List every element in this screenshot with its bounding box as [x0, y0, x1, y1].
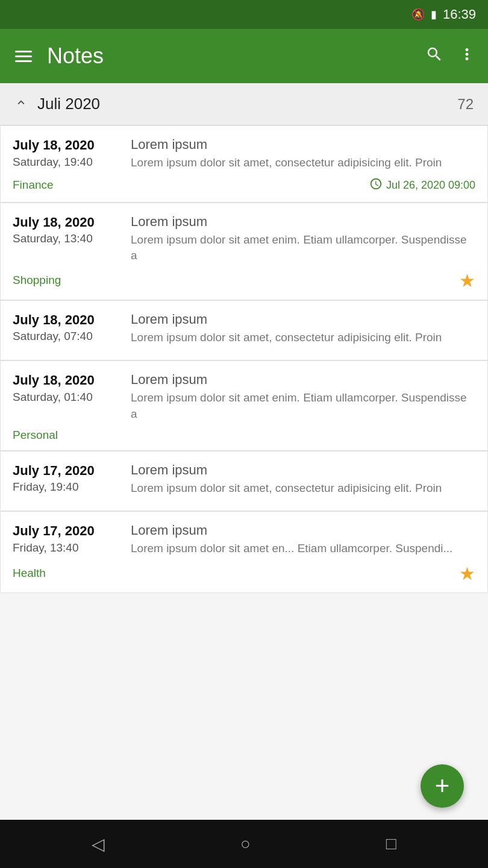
- month-header: Juli 2020 72: [0, 83, 488, 125]
- note-date-sub: Saturday, 01:40: [13, 391, 121, 404]
- home-nav-icon[interactable]: ○: [240, 834, 251, 854]
- status-bar: 🔕 ▮ 16:39: [0, 0, 488, 29]
- star-icon: ★: [459, 270, 475, 291]
- star-icon: ★: [459, 563, 475, 584]
- sim-icon: 🔕: [411, 8, 425, 21]
- hamburger-line-2: [15, 55, 32, 57]
- note-preview: Lorem ipsum dolor sit amet enim. Etiam u…: [131, 390, 475, 422]
- note-date-sub: Saturday, 19:40: [13, 156, 121, 169]
- note-date-main: July 18, 2020: [13, 214, 121, 231]
- note-preview: Lorem ipsum dolor sit amet en... Etiam u…: [131, 541, 475, 557]
- note-tag: Personal: [13, 429, 58, 442]
- hamburger-line-1: [15, 51, 32, 52]
- recent-nav-icon[interactable]: □: [386, 834, 396, 854]
- note-date-sub: Friday, 13:40: [13, 541, 121, 555]
- status-time: 16:39: [443, 7, 476, 22]
- month-label: Juli 2020: [37, 95, 457, 113]
- note-title: Lorem ipsum: [131, 523, 475, 538]
- note-preview: Lorem ipsum dolor sit amet, consectetur …: [131, 155, 475, 171]
- month-count: 72: [457, 96, 474, 113]
- add-note-fab[interactable]: +: [421, 764, 464, 808]
- notes-list: July 18, 2020 Saturday, 19:40 Lorem ipsu…: [0, 125, 488, 820]
- month-collapse-button[interactable]: [14, 96, 28, 113]
- battery-icon: ▮: [431, 8, 437, 21]
- note-date-sub: Saturday, 13:40: [13, 232, 121, 245]
- note-item[interactable]: July 17, 2020 Friday, 19:40 Lorem ipsum …: [0, 451, 488, 512]
- note-title: Lorem ipsum: [131, 137, 475, 153]
- reminder-clock-icon: [369, 177, 383, 193]
- note-item[interactable]: July 17, 2020 Friday, 13:40 Lorem ipsum …: [0, 511, 488, 593]
- note-reminder: Jul 26, 2020 09:00: [369, 177, 475, 193]
- note-title: Lorem ipsum: [131, 372, 475, 388]
- note-date-main: July 17, 2020: [13, 523, 121, 540]
- note-date-main: July 18, 2020: [13, 312, 121, 329]
- note-item[interactable]: July 18, 2020 Saturday, 13:40 Lorem ipsu…: [0, 203, 488, 300]
- note-date-main: July 18, 2020: [13, 137, 121, 154]
- nav-bar: ◁ ○ □: [0, 820, 488, 868]
- app-title: Notes: [47, 43, 413, 69]
- note-item[interactable]: July 18, 2020 Saturday, 07:40 Lorem ipsu…: [0, 300, 488, 361]
- note-date-sub: Friday, 19:40: [13, 480, 121, 494]
- note-item[interactable]: July 18, 2020 Saturday, 01:40 Lorem ipsu…: [0, 360, 488, 450]
- note-preview: Lorem ipsum dolor sit amet, consectetur …: [131, 330, 475, 346]
- note-date-main: July 18, 2020: [13, 372, 121, 389]
- note-title: Lorem ipsum: [131, 312, 475, 327]
- add-icon: +: [435, 772, 450, 800]
- back-nav-icon[interactable]: ◁: [92, 834, 105, 854]
- app-bar-actions: [425, 45, 476, 68]
- hamburger-line-3: [15, 60, 32, 62]
- note-tag: Finance: [13, 178, 54, 192]
- reminder-text: Jul 26, 2020 09:00: [386, 179, 475, 192]
- note-tag: Shopping: [13, 274, 61, 287]
- note-title: Lorem ipsum: [131, 462, 475, 478]
- note-preview: Lorem ipsum dolor sit amet, consectetur …: [131, 480, 475, 497]
- note-date-sub: Saturday, 07:40: [13, 330, 121, 343]
- menu-button[interactable]: [12, 48, 35, 65]
- note-preview: Lorem ipsum dolor sit amet enim. Etiam u…: [131, 232, 475, 264]
- app-bar: Notes: [0, 29, 488, 83]
- note-title: Lorem ipsum: [131, 214, 475, 230]
- note-item[interactable]: July 18, 2020 Saturday, 19:40 Lorem ipsu…: [0, 125, 488, 203]
- search-icon[interactable]: [425, 45, 443, 68]
- note-tag: Health: [13, 567, 46, 580]
- more-options-icon[interactable]: [458, 45, 476, 68]
- note-date-main: July 17, 2020: [13, 462, 121, 480]
